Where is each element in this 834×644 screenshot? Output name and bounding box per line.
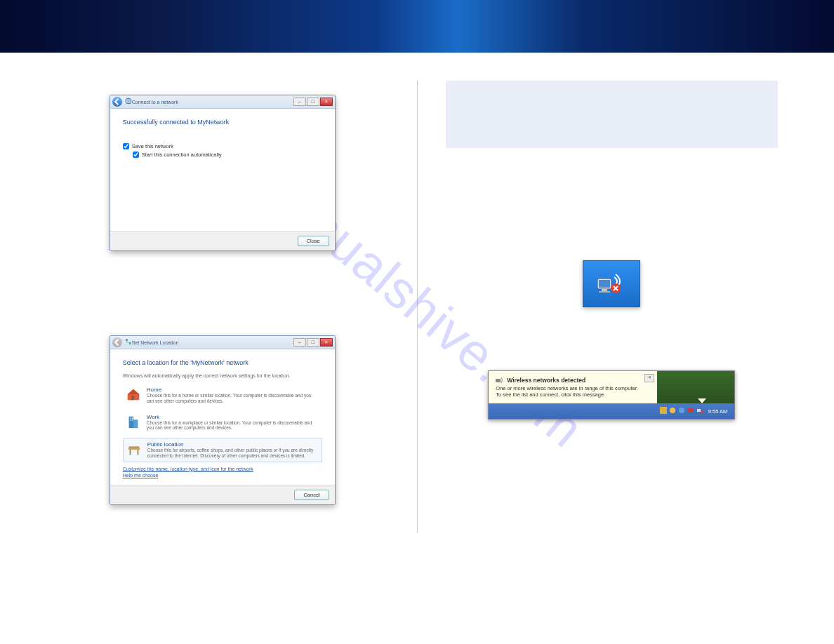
svg-rect-1 [126,339,128,341]
work-title: Work [147,414,319,420]
close-window-button[interactable]: × [320,98,333,106]
connect-network-dialog: Connect to a network – □ × Successfully … [110,95,336,251]
work-desc: Choose this for a workplace or similar l… [147,420,319,431]
location-subtext: Windows will automatically apply the cor… [123,373,322,378]
page-content: manualshive.com Connect to a network – □… [0,53,834,575]
svg-rect-10 [128,448,140,450]
desktop-background [657,371,734,403]
svg-rect-9 [131,420,132,420]
svg-rect-3 [131,396,134,400]
success-heading: Successfully connected to MyNetwork [123,119,322,126]
autostart-label: Start this connection automatically [142,152,222,158]
public-title: Public location [147,441,319,448]
home-icon [126,387,141,402]
svg-rect-11 [129,450,131,455]
close-button[interactable]: Close [298,236,329,246]
public-desc: Choose this for airports, coffee shops, … [147,448,319,459]
location-option-work[interactable]: Work Choose this for a workplace or simi… [123,411,322,434]
location-option-home[interactable]: Home Choose this for a home or similar l… [123,384,322,407]
back-icon-disabled [112,337,122,347]
help-choose-link[interactable]: Help me choose [123,473,322,478]
network-location-dialog: Set Network Location – □ × Select a loca… [110,335,336,505]
xp-wireless-tray-icon [583,260,640,307]
svg-point-25 [701,410,703,413]
tray-icon[interactable] [669,407,676,415]
save-network-checkbox[interactable]: Save this network [123,143,322,149]
svg-point-22 [679,408,684,413]
tray-icon[interactable] [660,407,667,415]
svg-rect-17 [599,291,610,293]
tray-icon[interactable] [687,407,694,415]
balloon-body-line2: To see the list and connect, click this … [496,391,650,398]
svg-rect-15 [599,280,610,288]
svg-rect-24 [697,409,701,412]
balloon-title: Wireless networks detected [496,377,650,384]
note-box [446,81,779,148]
page-banner [0,0,834,53]
home-title: Home [147,387,319,393]
autostart-checkbox[interactable]: Start this connection automatically [133,152,322,158]
titlebar: Set Network Location – □ × [110,336,335,349]
svg-rect-13 [128,447,139,448]
dialog-title: Connect to a network [132,100,178,105]
minimize-button[interactable]: – [293,98,306,106]
xp-taskbar: 9:55 AM [489,403,734,419]
right-column: × Wireless networks detected One or more… [432,81,793,533]
svg-rect-5 [133,420,138,428]
svg-rect-2 [129,342,131,344]
balloon-body-line1: One or more wireless networks are in ran… [496,385,650,391]
titlebar: Connect to a network – □ × [110,95,335,109]
column-divider [417,81,418,533]
save-network-label: Save this network [132,143,173,149]
back-icon[interactable] [112,97,122,107]
location-heading: Select a location for the 'MyNetwork' ne… [123,359,322,366]
titlebar-globe-icon [125,98,132,106]
customize-link[interactable]: Customize the name, location type, and i… [123,467,322,471]
cancel-button[interactable]: Cancel [294,490,329,500]
work-icon [126,414,141,429]
svg-rect-19 [496,379,501,382]
location-option-public[interactable]: Public location Choose this for airports… [123,438,322,462]
svg-point-21 [670,408,675,413]
public-icon [126,441,142,457]
tray-clock: 9:55 AM [706,408,731,415]
home-desc: Choose this for a home or similar locati… [147,393,319,404]
svg-rect-16 [602,289,607,291]
titlebar-network-icon [125,338,132,347]
dialog-title: Set Network Location [132,340,179,345]
svg-rect-23 [688,408,694,412]
minimize-button[interactable]: – [293,338,306,347]
tray-icon[interactable] [678,407,685,415]
maximize-button[interactable]: □ [307,98,319,106]
svg-rect-8 [131,417,132,418]
close-window-button[interactable]: × [320,338,333,347]
tray-wireless-icon[interactable] [696,407,703,415]
left-column: Connect to a network – □ × Successfully … [42,81,403,533]
svg-rect-12 [137,450,138,455]
svg-rect-20 [660,407,667,414]
maximize-button[interactable]: □ [307,338,319,347]
svg-rect-6 [130,417,131,418]
svg-rect-7 [130,420,131,420]
xp-balloon-notification: × Wireless networks detected One or more… [488,370,735,420]
